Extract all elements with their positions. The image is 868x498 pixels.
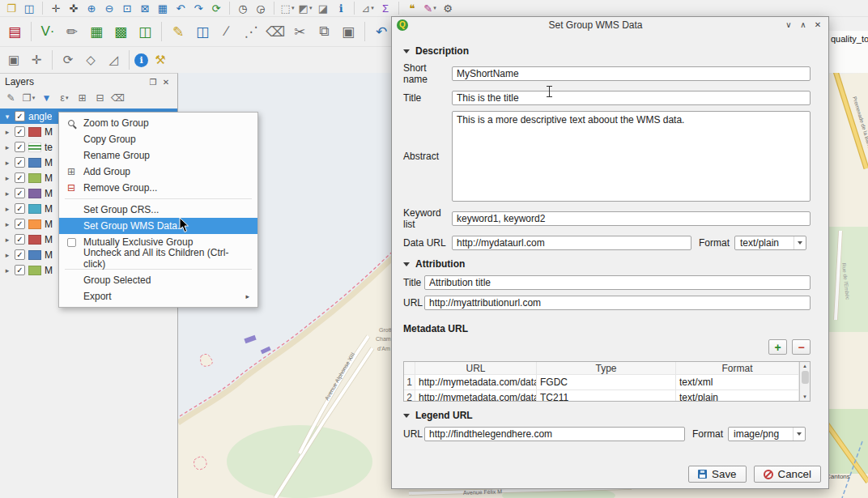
layer-checkbox[interactable]: ✓ [15, 249, 25, 260]
menu-item-remove-group[interactable]: ⊟ Remove Group... [59, 180, 257, 196]
rotate-feature-icon[interactable]: ⟳ [57, 49, 79, 70]
filter-legend-icon[interactable]: ▼ [39, 92, 54, 105]
abstract-textarea[interactable]: This is a more descriptive text aboout t… [452, 111, 811, 202]
move-feature-icon[interactable]: ✛ [26, 49, 47, 70]
legend-url-input[interactable] [424, 427, 685, 441]
group-checkbox[interactable]: ✓ [15, 111, 25, 121]
zoom-out-icon[interactable]: ⊖ [101, 1, 117, 15]
pan-map-icon[interactable]: ✛ [48, 1, 64, 15]
menu-item-add-group[interactable]: ⊞ Add Group [59, 164, 257, 180]
annotation-icon[interactable]: ✎▾ [422, 1, 438, 15]
measure-icon[interactable]: ⊿▾ [360, 1, 376, 15]
temporal-controller-icon[interactable]: ◷ [235, 1, 251, 15]
add-metadata-row-button[interactable]: + [768, 339, 787, 355]
legend-url-section-header[interactable]: Legend URL [403, 410, 811, 421]
short-name-input[interactable] [452, 66, 811, 81]
layer-checkbox[interactable]: ✓ [15, 142, 25, 152]
temporal-navigation-icon[interactable]: ◶ [253, 1, 269, 15]
zoom-to-layer-icon[interactable]: ▦ [155, 1, 171, 15]
menu-item-copy-group[interactable]: Copy Group [59, 131, 257, 147]
metadata-type-cell[interactable]: FGDC [537, 375, 676, 390]
reshape-feature-icon[interactable]: ◿ [103, 49, 124, 70]
close-dialog-icon[interactable]: ✕ [812, 20, 823, 29]
paste-features-icon[interactable]: ▣ [337, 20, 360, 43]
dock-dialog-icon[interactable]: ∨ [783, 20, 794, 29]
layer-checkbox[interactable]: ✓ [15, 126, 25, 137]
layer-checkbox[interactable]: ✓ [15, 172, 25, 183]
chevron-right-icon[interactable]: ▸ [3, 236, 11, 244]
statistics-icon[interactable]: Σ [377, 1, 394, 15]
toggle-editing-icon[interactable]: ✎ [167, 20, 189, 43]
data-source-manager-icon[interactable]: ▤ [3, 20, 26, 43]
scrollbar-thumb[interactable] [802, 371, 809, 384]
table-scrollbar[interactable]: ▲ ▼ [799, 362, 810, 401]
legend-format-select[interactable]: image/png [728, 427, 806, 441]
copy-features-icon[interactable]: ⧉ [313, 20, 335, 43]
pan-to-selection-icon[interactable]: ✜ [66, 1, 82, 15]
chevron-right-icon[interactable]: ▸ [3, 159, 11, 167]
collapse-all-icon[interactable]: ⊟ [92, 92, 108, 105]
chevron-right-icon[interactable]: ▸ [3, 251, 11, 259]
paste-style-icon[interactable]: ▣ [3, 49, 24, 70]
identify-features-icon[interactable]: ℹ [134, 53, 148, 67]
keyword-list-input[interactable] [452, 211, 811, 226]
simplify-feature-icon[interactable]: ◇ [80, 49, 101, 70]
description-section-header[interactable]: Description [403, 45, 811, 57]
zoom-to-selection-icon[interactable]: ⊠ [137, 1, 153, 15]
chevron-right-icon[interactable]: ▸ [3, 189, 11, 198]
remove-metadata-row-button[interactable]: − [792, 339, 811, 355]
metadata-url-cell[interactable]: http://mymetadata.com/data1 [415, 375, 537, 390]
menu-item-uncheck-children[interactable]: Uncheck and All its Children (Ctrl-click… [59, 250, 257, 266]
expand-all-icon[interactable]: ⊞ [74, 92, 90, 105]
chevron-right-icon[interactable]: ▸ [3, 205, 11, 213]
scroll-down-icon[interactable]: ▼ [802, 393, 807, 401]
add-mesh-layer-icon[interactable]: ▩ [109, 20, 132, 43]
zoom-full-icon[interactable]: ⊡ [119, 1, 135, 15]
metadata-format-cell[interactable]: text/plain [676, 390, 799, 402]
save-project-icon[interactable]: ◫ [21, 1, 37, 15]
menu-item-export[interactable]: Export ▸ [59, 288, 257, 304]
menu-item-group-selected[interactable]: Group Selected [59, 272, 257, 288]
save-button[interactable]: Save [688, 466, 746, 483]
scroll-up-icon[interactable]: ▲ [802, 362, 807, 370]
add-raster-layer-icon[interactable]: ▦ [85, 20, 108, 43]
map-tips-icon[interactable]: ❝ [404, 1, 420, 15]
filter-by-expression-icon[interactable]: ε▾ [57, 92, 72, 105]
metadata-format-cell[interactable]: text/xml [676, 375, 799, 390]
add-feature-icon[interactable]: ∕ [215, 20, 238, 43]
layer-checkbox[interactable]: ✓ [15, 234, 25, 245]
undo-icon[interactable]: ↶ [370, 20, 393, 43]
menu-item-set-group-wms-data[interactable]: Set Group WMS Data... [59, 218, 257, 234]
select-by-expression-icon[interactable]: ◩▾ [297, 1, 313, 15]
attribution-section-header[interactable]: Attribution [403, 258, 811, 270]
chevron-right-icon[interactable]: ▸ [3, 220, 11, 228]
chevron-right-icon[interactable]: ▸ [3, 266, 11, 275]
chevron-right-icon[interactable]: ▸ [3, 174, 11, 182]
cut-features-icon[interactable]: ✂ [288, 20, 311, 43]
data-url-input[interactable] [452, 236, 691, 250]
attribution-title-input[interactable] [424, 275, 811, 290]
title-input[interactable] [452, 91, 811, 105]
zoom-last-icon[interactable]: ↶ [172, 1, 189, 15]
open-project-icon[interactable]: ❐ [3, 1, 19, 15]
metadata-type-cell[interactable]: TC211 [537, 390, 676, 402]
processing-toolbox-icon[interactable]: ⚒ [150, 49, 171, 70]
refresh-map-icon[interactable]: ⟳ [208, 1, 224, 15]
chevron-down-icon[interactable]: ▾ [3, 113, 11, 121]
cancel-button[interactable]: Cancel [754, 466, 822, 483]
chevron-right-icon[interactable]: ▸ [3, 128, 11, 136]
zoom-next-icon[interactable]: ↷ [190, 1, 206, 15]
options-icon[interactable]: ⚙ [440, 1, 456, 15]
layer-checkbox[interactable]: ✓ [15, 219, 25, 229]
layer-checkbox[interactable]: ✓ [15, 188, 25, 198]
dialog-titlebar[interactable]: Q Set Group WMS Data ∨ ∧ ✕ [392, 17, 828, 32]
zoom-in-icon[interactable]: ⊕ [83, 1, 100, 15]
close-panel-icon[interactable]: ✕ [160, 76, 172, 87]
shade-dialog-icon[interactable]: ∧ [798, 20, 809, 29]
save-layer-edits-icon[interactable]: ◫ [191, 20, 214, 43]
manage-map-themes-icon[interactable]: ❐▾ [21, 92, 36, 105]
metadata-url-cell[interactable]: http://mymetadata.com/data2 [415, 390, 537, 402]
vertex-tool-icon[interactable]: ⋰ [240, 20, 262, 43]
float-panel-icon[interactable]: ❐ [147, 76, 160, 87]
chevron-right-icon[interactable]: ▸ [3, 143, 11, 151]
